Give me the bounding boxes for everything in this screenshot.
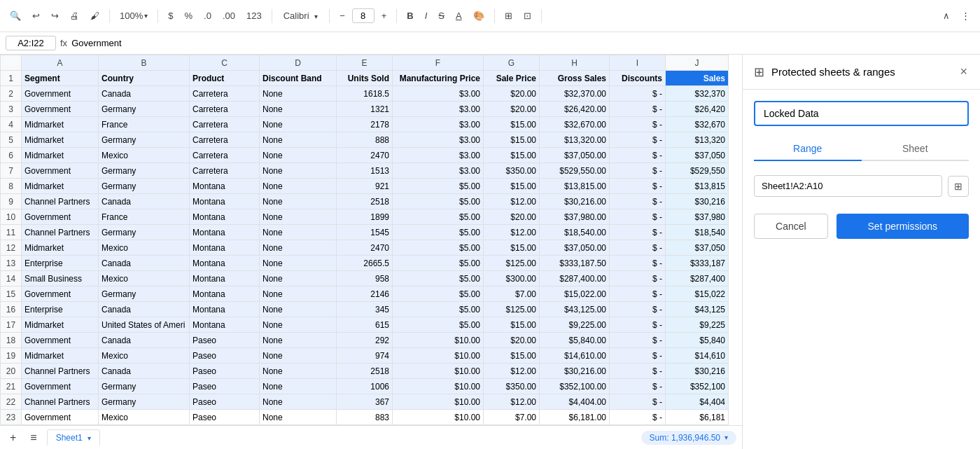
- table-cell[interactable]: $10.00: [393, 364, 484, 379]
- fill-color-button[interactable]: 🎨: [469, 8, 489, 24]
- table-cell[interactable]: Paseo: [190, 364, 260, 379]
- table-cell[interactable]: Paseo: [190, 425, 260, 426]
- table-cell[interactable]: $529,550.00: [540, 163, 610, 179]
- table-cell[interactable]: 883: [337, 410, 393, 425]
- panel-close-button[interactable]: ×: [958, 63, 969, 81]
- table-cell[interactable]: 1545: [337, 225, 393, 240]
- table-cell[interactable]: None: [260, 333, 337, 348]
- table-cell[interactable]: Germany: [99, 102, 190, 117]
- table-cell[interactable]: France: [99, 425, 190, 426]
- table-cell[interactable]: None: [260, 194, 337, 209]
- table-cell[interactable]: Carretera: [190, 86, 260, 102]
- table-cell[interactable]: $32,370.00: [540, 86, 610, 102]
- table-cell[interactable]: Montana: [190, 225, 260, 240]
- table-cell[interactable]: Germany: [99, 394, 190, 410]
- table-cell[interactable]: $12.00: [484, 225, 540, 240]
- table-cell[interactable]: $ -: [610, 394, 666, 410]
- borders-button[interactable]: ⊞: [500, 8, 517, 24]
- table-cell[interactable]: None: [260, 394, 337, 410]
- table-cell[interactable]: Mexico: [99, 271, 190, 286]
- table-cell[interactable]: $43,125: [666, 302, 729, 317]
- collapse-button[interactable]: ∧: [939, 8, 954, 24]
- table-cell[interactable]: Mexico: [99, 348, 190, 364]
- table-cell[interactable]: $ -: [610, 179, 666, 194]
- cell-E1[interactable]: Units Sold: [337, 71, 393, 86]
- cell-reference-input[interactable]: [6, 36, 56, 50]
- table-cell[interactable]: $3.00: [393, 117, 484, 132]
- cell-I1[interactable]: Discounts: [610, 71, 666, 86]
- table-cell[interactable]: None: [260, 117, 337, 132]
- table-cell[interactable]: $3.00: [393, 132, 484, 148]
- undo-button[interactable]: ↩: [28, 8, 44, 24]
- table-cell[interactable]: Midmarket: [22, 179, 99, 194]
- add-sheet-button[interactable]: +: [6, 429, 20, 447]
- range-tab[interactable]: Range: [754, 137, 862, 161]
- table-cell[interactable]: 1006: [337, 379, 393, 394]
- range-name-input[interactable]: [754, 101, 969, 126]
- col-header-J[interactable]: J: [666, 55, 729, 71]
- table-cell[interactable]: $15.00: [484, 132, 540, 148]
- table-cell[interactable]: Midmarket: [22, 317, 99, 333]
- table-cell[interactable]: 345: [337, 302, 393, 317]
- cell-G1[interactable]: Sale Price: [484, 71, 540, 86]
- table-cell[interactable]: $287,400: [666, 271, 729, 286]
- col-header-B[interactable]: B: [99, 55, 190, 71]
- table-cell[interactable]: $333,187.50: [540, 256, 610, 271]
- sheet1-tab[interactable]: Sheet1 ▾: [47, 429, 100, 445]
- currency-button[interactable]: $: [164, 8, 177, 24]
- table-cell[interactable]: 1899: [337, 209, 393, 225]
- table-cell[interactable]: $13,320: [666, 132, 729, 148]
- table-cell[interactable]: $5.00: [393, 240, 484, 256]
- table-cell[interactable]: $ -: [610, 194, 666, 209]
- table-cell[interactable]: $ -: [610, 364, 666, 379]
- table-cell[interactable]: $3.00: [393, 102, 484, 117]
- table-cell[interactable]: $20.00: [484, 86, 540, 102]
- table-cell[interactable]: $ -: [610, 240, 666, 256]
- table-cell[interactable]: Paseo: [190, 333, 260, 348]
- table-cell[interactable]: 615: [337, 317, 393, 333]
- table-cell[interactable]: 1321: [337, 102, 393, 117]
- table-cell[interactable]: $ -: [610, 425, 666, 426]
- table-cell[interactable]: $ -: [610, 148, 666, 163]
- table-cell[interactable]: None: [260, 132, 337, 148]
- table-cell[interactable]: $4,404.00: [540, 394, 610, 410]
- table-cell[interactable]: $20.00: [484, 333, 540, 348]
- table-cell[interactable]: 2470: [337, 240, 393, 256]
- table-cell[interactable]: 2518: [337, 364, 393, 379]
- table-cell[interactable]: $ -: [610, 209, 666, 225]
- table-cell[interactable]: None: [260, 209, 337, 225]
- cell-D1[interactable]: Discount Band: [260, 71, 337, 86]
- table-cell[interactable]: $3.00: [393, 86, 484, 102]
- table-cell[interactable]: $32,670.00: [540, 117, 610, 132]
- table-cell[interactable]: $ -: [610, 225, 666, 240]
- italic-button[interactable]: I: [421, 8, 432, 24]
- table-cell[interactable]: $8,235.00: [540, 425, 610, 426]
- decimal-decrease-button[interactable]: .0: [200, 8, 216, 24]
- table-cell[interactable]: Channel Partners: [22, 194, 99, 209]
- table-cell[interactable]: Montana: [190, 256, 260, 271]
- table-cell[interactable]: $352,100.00: [540, 379, 610, 394]
- table-cell[interactable]: Small Business: [22, 271, 99, 286]
- table-cell[interactable]: $ -: [610, 256, 666, 271]
- table-cell[interactable]: Government: [22, 163, 99, 179]
- formula-input[interactable]: [71, 38, 974, 48]
- table-cell[interactable]: Government: [22, 333, 99, 348]
- table-cell[interactable]: $13,815.00: [540, 179, 610, 194]
- table-cell[interactable]: None: [260, 271, 337, 286]
- table-cell[interactable]: Canada: [99, 86, 190, 102]
- table-cell[interactable]: $ -: [610, 333, 666, 348]
- table-cell[interactable]: $287,400.00: [540, 271, 610, 286]
- table-cell[interactable]: $12.00: [484, 194, 540, 209]
- table-cell[interactable]: $ -: [610, 410, 666, 425]
- table-cell[interactable]: $8,235: [666, 425, 729, 426]
- table-cell[interactable]: $ -: [610, 348, 666, 364]
- font-selector[interactable]: Calibri ▾: [278, 8, 323, 24]
- table-cell[interactable]: $10.00: [393, 348, 484, 364]
- col-header-G[interactable]: G: [484, 55, 540, 71]
- table-cell[interactable]: $10.00: [393, 379, 484, 394]
- col-header-F[interactable]: F: [393, 55, 484, 71]
- table-cell[interactable]: None: [260, 148, 337, 163]
- format-123-button[interactable]: 123: [242, 8, 266, 24]
- table-cell[interactable]: $5.00: [393, 209, 484, 225]
- range-grid-button[interactable]: ⊞: [948, 176, 969, 197]
